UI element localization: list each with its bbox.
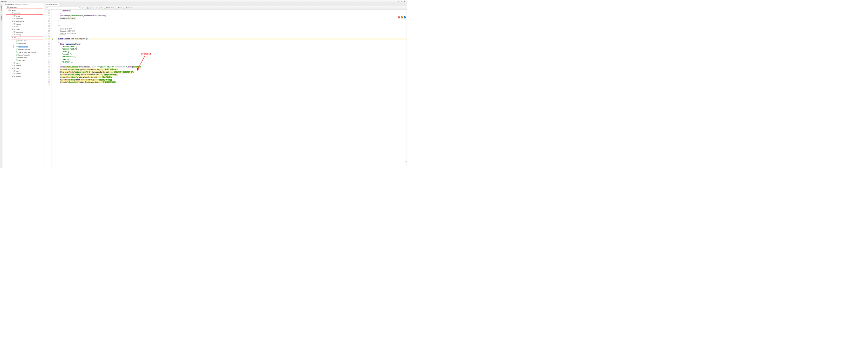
- code-line-87[interactable]: if (!$data['lecturer_name']) return Json…: [56, 68, 407, 71]
- return-icon: ↩: [79, 7, 80, 8]
- tree-item-finance[interactable]: finance: [2, 23, 44, 25]
- tree-item-store[interactable]: store: [2, 62, 44, 64]
- tree-item-controller[interactable]: controller: [6, 12, 43, 14]
- code-line-89[interactable]: if (!$data['lecturer_head']) return Json…: [56, 73, 407, 76]
- code-line-85[interactable]: ]);: [56, 63, 407, 66]
- code-line-88[interactable]: if(mb_strlen($data['lecturer_name'])>8) …: [56, 71, 407, 73]
- project-label: Project: [1, 1, 6, 2]
- gutter: 6465666768697071727374757677787980818283…: [44, 10, 52, 168]
- tree-item-lecturer[interactable]: CLecturer.php: [13, 45, 43, 48]
- code-line-78[interactable]: ['lecturer_name', ''],: [56, 45, 407, 48]
- code-line-73[interactable]: * @return JsonService: [56, 32, 407, 35]
- code-line-83[interactable]: ['sort', 0],: [56, 58, 407, 61]
- tree-item-specialtaskcategory[interactable]: CSpecialTaskCategory.php: [2, 51, 44, 54]
- tree-item-application[interactable]: application: [2, 6, 44, 8]
- code-line-77[interactable]: $data = parent::postMore([: [56, 43, 407, 45]
- code-line-76[interactable]: {: [56, 40, 407, 43]
- dropdown-icon: ▼: [6, 1, 7, 2]
- add-selection-icon[interactable]: ⊞₊: [92, 7, 94, 9]
- tree-item-grade[interactable]: CGrade.php: [2, 42, 44, 44]
- tree-item-live[interactable]: live: [2, 25, 44, 28]
- code-line-72[interactable]: * @param int $id 修改: [56, 30, 407, 32]
- code-line-82[interactable]: ['introduction', ''],: [56, 56, 407, 58]
- code-line-74[interactable]: */: [56, 35, 407, 38]
- tab-filename: Lecturer.php: [49, 4, 57, 5]
- firefox-icon[interactable]: [401, 17, 403, 19]
- regex-checkbox[interactable]: Regex: [124, 7, 130, 8]
- tree-item-special[interactable]: special: [11, 36, 43, 39]
- settings-icon[interactable]: ⚙: [401, 1, 403, 3]
- project-panel: zhishifufei~/Project/zhishifufeiapplicat…: [2, 3, 44, 168]
- chrome-icon[interactable]: [398, 17, 400, 19]
- tree-item-order[interactable]: order: [2, 28, 44, 31]
- tree-item-specialtype[interactable]: CSpecialType.php: [2, 54, 44, 56]
- code-line-68[interactable]: }: [56, 20, 407, 22]
- code-line-66[interactable]: $this->assign(['lecturer'=>json_encode($…: [56, 14, 407, 17]
- code-line-75[interactable]: public function save_lecturer($id = 0): [56, 38, 407, 40]
- code-line-69[interactable]: [56, 22, 407, 25]
- tree-item-educational[interactable]: educational: [2, 20, 44, 23]
- select-all-icon[interactable]: 👤: [87, 7, 89, 9]
- editor-tabs: C Lecturer.php ×: [44, 3, 407, 6]
- code-line-71[interactable]: * 添加和修改讲师: [56, 28, 407, 30]
- annotation-column: 💡: [52, 10, 54, 168]
- lightbulb-icon[interactable]: 💡: [52, 38, 54, 40]
- side-tab-strip: 1: Project 2: Structure: [0, 3, 2, 168]
- prev-occurrence-icon[interactable]: ↑: [82, 7, 83, 9]
- code-area[interactable]: 6465666768697071727374757677787980818283…: [44, 10, 407, 168]
- tree-item-subject[interactable]: CSubject.php: [2, 56, 44, 59]
- tree-item-ump[interactable]: ump: [2, 67, 44, 69]
- tree-item-article[interactable]: article: [2, 14, 44, 17]
- close-icon[interactable]: ×: [57, 4, 58, 6]
- find-toolbar: Q▾ ↩ ↑ ↓ 👤 ⊞₊ ⊞₋ ▼ Match Case Words Rege…: [44, 6, 407, 9]
- code-line-93[interactable]: [56, 84, 407, 86]
- tree-root[interactable]: zhishifufei~/Project/zhishifufei: [2, 3, 44, 6]
- match-case-checkbox[interactable]: Match Case: [104, 7, 114, 8]
- tree-item-task[interactable]: CTask.php: [2, 59, 44, 62]
- tree-item-user[interactable]: user: [2, 69, 44, 72]
- locate-icon[interactable]: ⊕: [397, 1, 400, 3]
- code-line-84[interactable]: ['is_show', 1],: [56, 61, 407, 63]
- code-line-91[interactable]: if (!$data['explain']) return JsonServic…: [56, 78, 407, 81]
- editor-area: C Lecturer.php × Q▾ ↩ ↑ ↓ 👤 ⊞₊ ⊞₋ ▼ Matc…: [44, 3, 407, 168]
- php-class-icon: C: [46, 4, 48, 5]
- side-tab-structure[interactable]: 2: Structure: [1, 14, 2, 22]
- tree-item-specialreply[interactable]: CSpecialReply.php: [2, 48, 44, 51]
- project-dropdown[interactable]: Project ▼: [1, 1, 7, 2]
- code-line-80[interactable]: ['label', []],: [56, 50, 407, 53]
- vertical-scrollbar[interactable]: [406, 10, 407, 168]
- tree-item-setting[interactable]: setting: [2, 33, 44, 36]
- code-line-65[interactable]: }: [56, 12, 407, 14]
- top-bar: Project ▼ ⊕ ⚙ ⇤: [0, 0, 407, 3]
- code-line-81[interactable]: ['explain', ''],: [56, 53, 407, 56]
- tree-item-download[interactable]: download: [2, 18, 44, 20]
- words-checkbox[interactable]: Words: [116, 7, 122, 8]
- browser-icons: [398, 17, 406, 19]
- code-line-70[interactable]: /**: [56, 25, 407, 28]
- next-occurrence-icon[interactable]: ↓: [84, 7, 85, 9]
- code-line-90[interactable]: if (!count($data['label'])) return JsonS…: [56, 76, 407, 78]
- tree-item-admin[interactable]: admin: [6, 9, 43, 11]
- code-content[interactable]: ⊞ $lecturer=[]; } $this->assign(['lectur…: [56, 10, 407, 168]
- help-icon[interactable]: ?: [131, 7, 132, 8]
- collapse-icon[interactable]: ⇤: [404, 1, 406, 3]
- remove-selection-icon[interactable]: ⊞₋: [96, 7, 98, 9]
- tree-item-widget[interactable]: widget: [2, 75, 44, 77]
- code-line-86[interactable]: $data['lecturer_name']= preg_replace( pa…: [56, 66, 407, 68]
- code-line-92[interactable]: if (!$data['introduction']) return JsonS…: [56, 81, 407, 84]
- tab-lecturer[interactable]: C Lecturer.php ×: [45, 3, 59, 6]
- filter-icon[interactable]: ▼: [101, 7, 103, 9]
- tree-item-system[interactable]: system: [2, 64, 44, 67]
- side-tab-project[interactable]: 1: Project: [1, 5, 2, 11]
- tree-item-course[interactable]: CCourse.php: [2, 39, 44, 42]
- code-line-79[interactable]: ['lecturer_head', ''],: [56, 48, 407, 50]
- tree-item-wechat[interactable]: wechat: [2, 72, 44, 75]
- project-tree[interactable]: zhishifufei~/Project/zhishifufeiapplicat…: [2, 3, 44, 168]
- code-line-64[interactable]: $lecturer=[];: [56, 10, 407, 12]
- code-line-67[interactable]: return $this->fetch();: [56, 17, 407, 20]
- structure-toggle-icon[interactable]: ⊞: [405, 161, 407, 163]
- tree-item-questions[interactable]: questions: [2, 31, 44, 33]
- search-input[interactable]: Q▾ ↩: [45, 6, 81, 9]
